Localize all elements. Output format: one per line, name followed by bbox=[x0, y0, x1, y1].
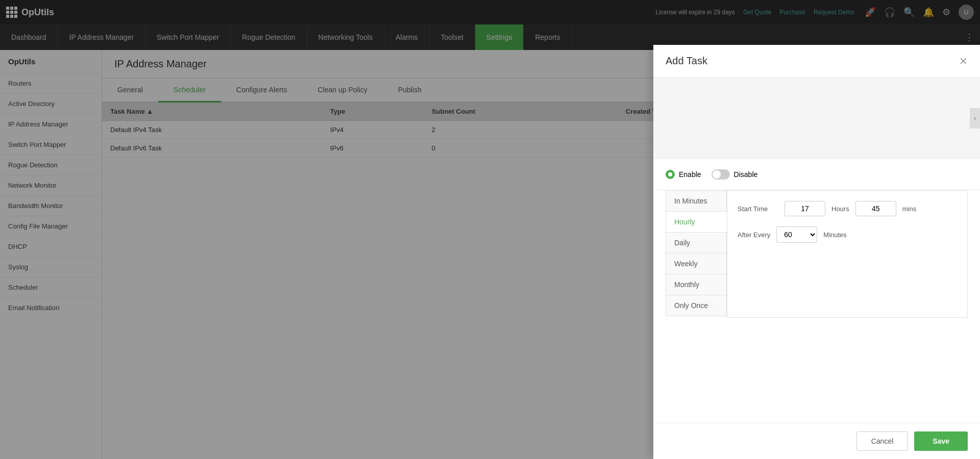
modal-header: Add Task ✕ bbox=[653, 45, 980, 78]
schedule-options: In Minutes Hourly Daily Weekly Monthly O… bbox=[666, 190, 727, 318]
schedule-hourly[interactable]: Hourly bbox=[666, 211, 727, 232]
modal-footer: Cancel Save bbox=[653, 423, 980, 459]
save-button[interactable]: Save bbox=[914, 431, 968, 451]
enable-label: Enable bbox=[679, 170, 701, 178]
modal-close-button[interactable]: ✕ bbox=[959, 56, 968, 66]
schedule-in-minutes[interactable]: In Minutes bbox=[666, 190, 727, 211]
schedule-config-panel: Start Time Hours mins After Every 60 30 … bbox=[727, 190, 968, 318]
schedule-weekly[interactable]: Weekly bbox=[666, 253, 727, 274]
hours-label: Hours bbox=[831, 205, 849, 213]
schedule-monthly[interactable]: Monthly bbox=[666, 274, 727, 295]
disable-toggle[interactable] bbox=[712, 169, 730, 180]
after-every-label: After Every bbox=[738, 231, 770, 239]
minutes-label: Minutes bbox=[823, 231, 847, 239]
enable-radio[interactable] bbox=[666, 170, 675, 179]
after-every-select[interactable]: 60 30 15 10 5 1 bbox=[776, 226, 817, 243]
enable-option[interactable]: Enable bbox=[666, 170, 701, 179]
toggle-area: Enable Disable bbox=[653, 159, 980, 190]
cancel-button[interactable]: Cancel bbox=[856, 431, 909, 451]
schedule-only-once[interactable]: Only Once bbox=[666, 295, 727, 316]
schedule-area: In Minutes Hourly Daily Weekly Monthly O… bbox=[653, 190, 980, 328]
start-time-label: Start Time bbox=[738, 205, 778, 213]
add-task-modal: Add Task ✕ ‹ Enable Disable In Minutes bbox=[653, 45, 980, 459]
schedule-daily[interactable]: Daily bbox=[666, 232, 727, 253]
modal-scroll-left-icon[interactable]: ‹ bbox=[970, 108, 980, 129]
modal-body: ‹ Enable Disable In Minutes Hourly bbox=[653, 78, 980, 423]
modal-image-area: ‹ bbox=[653, 78, 980, 159]
after-every-row: After Every 60 30 15 10 5 1 Minutes bbox=[738, 226, 957, 243]
mins-label: mins bbox=[902, 205, 916, 213]
disable-label: Disable bbox=[734, 170, 758, 178]
mins-input[interactable] bbox=[855, 201, 896, 216]
disable-option[interactable]: Disable bbox=[712, 169, 758, 180]
modal-title: Add Task bbox=[666, 55, 707, 67]
start-time-row: Start Time Hours mins bbox=[738, 201, 957, 216]
hours-input[interactable] bbox=[785, 201, 825, 216]
